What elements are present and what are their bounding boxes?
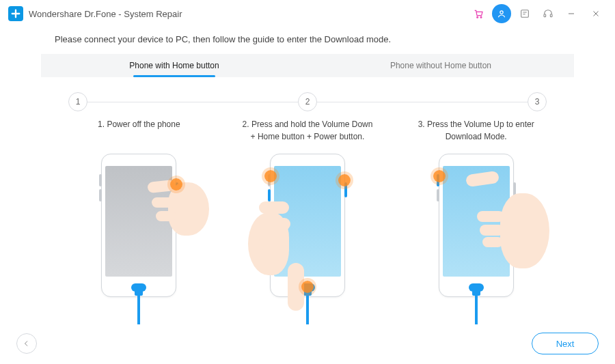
usb-cable-icon (137, 294, 140, 324)
next-button-label: Next (556, 339, 575, 349)
device-type-tabs: Phone with Home button Phone without Hom… (41, 54, 574, 77)
step1-illustration (55, 154, 223, 297)
app-window: Wondershare Dr.Fone - System Repair Plea… (0, 0, 615, 364)
step-caption-1: 1. Power off the phone (55, 118, 223, 150)
footer-bar: Next (0, 323, 615, 364)
window-close-button[interactable] (585, 4, 607, 23)
back-button[interactable] (16, 333, 37, 354)
step-caption-3: 3. Press the Volume Up to enter Download… (392, 118, 560, 150)
svg-point-2 (500, 11, 503, 14)
content-area: Please connect your device to PC, then f… (0, 27, 615, 323)
tab-without-home[interactable]: Phone without Home button (308, 54, 574, 77)
svg-rect-3 (521, 10, 529, 18)
touch-highlight-icon (338, 174, 351, 186)
step-connector (87, 102, 298, 102)
svg-rect-5 (550, 14, 552, 17)
touch-highlight-icon (433, 170, 446, 182)
illustrations-row (41, 150, 574, 297)
title-bar: Wondershare Dr.Fone - System Repair (0, 0, 615, 27)
tab-label: Phone with Home button (129, 61, 219, 70)
step-number-1: 1 (68, 92, 87, 111)
app-title: Wondershare Dr.Fone - System Repair (29, 9, 182, 19)
usb-cable-icon (475, 294, 478, 324)
tab-label: Phone without Home button (390, 61, 491, 70)
touch-highlight-icon (301, 281, 314, 293)
step-caption-2: 2. Press and hold the Volume Down + Home… (223, 118, 392, 150)
instruction-text: Please connect your device to PC, then f… (41, 27, 574, 54)
feedback-icon[interactable] (515, 4, 534, 23)
support-headset-icon[interactable] (538, 4, 558, 23)
usb-cable-icon (306, 294, 309, 324)
step3-illustration (392, 154, 560, 297)
step2-illustration (223, 154, 392, 297)
step-indicator-row: 1 2 3 (41, 83, 574, 118)
cart-icon[interactable] (469, 4, 488, 23)
phone-icon (439, 154, 514, 297)
touch-highlight-icon (264, 170, 277, 182)
app-logo-icon (8, 6, 23, 21)
step-number-2: 2 (298, 92, 317, 111)
svg-rect-4 (544, 14, 546, 17)
step-captions-row: 1. Power off the phone 2. Press and hold… (41, 118, 574, 150)
user-account-icon[interactable] (492, 4, 511, 23)
svg-point-0 (477, 16, 478, 18)
next-button[interactable]: Next (532, 333, 599, 354)
step-number-3: 3 (528, 92, 547, 111)
svg-point-1 (480, 16, 482, 18)
phone-icon (101, 154, 176, 297)
step-connector (317, 102, 528, 102)
window-minimize-button[interactable] (560, 4, 582, 23)
phone-icon (270, 154, 345, 297)
touch-highlight-icon (170, 178, 182, 191)
tab-with-home[interactable]: Phone with Home button (41, 54, 308, 77)
